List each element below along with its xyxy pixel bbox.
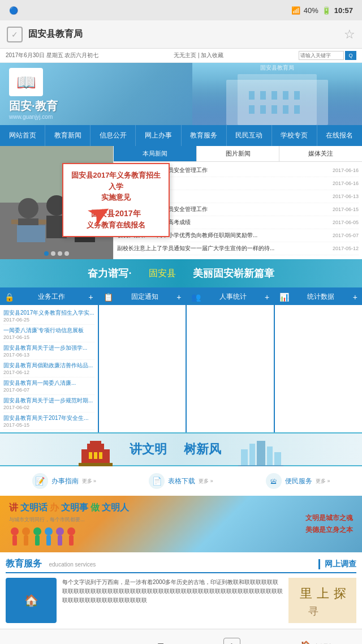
- svg-rect-25: [90, 441, 101, 445]
- svg-rect-26: [79, 463, 113, 466]
- banner-location: 固安县: [149, 268, 176, 280]
- func-item-3[interactable]: 固安县教育局关于进一步加强学... 2017-06-13: [3, 342, 94, 360]
- func-content-stats: [275, 305, 362, 373]
- civil-text-2: 树新风: [184, 441, 221, 458]
- svg-rect-48: [288, 578, 356, 623]
- site-wrapper: 2017年6月30日 星期五 农历六月初七 无无主页 | 加入收藏 Q 📖 固安…: [0, 49, 362, 629]
- func-content-people: [187, 305, 274, 373]
- nav-item-public[interactable]: 民民互动: [227, 125, 272, 146]
- tab-photo-news[interactable]: 图片新闻: [197, 146, 280, 161]
- slideshow-dots[interactable]: [44, 251, 69, 256]
- func-item-7[interactable]: 固安县教育局关于2017年安全生... 2017-05-15: [3, 413, 94, 430]
- edu-services-title-area: 教育服务 education services: [6, 558, 96, 570]
- book-icon: 📖: [16, 73, 36, 92]
- guide-more[interactable]: 更多 »: [82, 478, 97, 485]
- search-area: Q: [299, 51, 356, 60]
- svg-rect-31: [249, 444, 255, 466]
- enrollment-popup[interactable]: 固安县2017年义务教育招生入学 实施意见 固安县2017年 义务教育在线报名: [62, 163, 170, 237]
- news-item-7[interactable]: 副校长注意上上了学员通知安一一届广大学生宣传的一样的待... 2017-05-1…: [117, 242, 359, 255]
- func-item-1[interactable]: 固安县2017年义务教育招生入学实... 2017-06-25: [3, 307, 94, 325]
- dot-3[interactable]: [58, 251, 62, 256]
- time-display: 10:57: [334, 6, 353, 15]
- svg-rect-37: [12, 535, 17, 546]
- func-content-business: 固安县2017年义务教育招生入学实... 2017-06-25 一闻委八清廉'专…: [0, 305, 98, 432]
- func-block-notice-header: 📋 固定通知 +: [99, 289, 186, 305]
- service-public-link[interactable]: 🛎 便民服务 更多 »: [266, 473, 330, 489]
- search-input[interactable]: [299, 51, 344, 60]
- tabs-count: 1: [223, 638, 240, 645]
- edu-content-area: 🏠 每个文字说到于万西南，是一涉有着2000多年历史的古地，印证到教联和联联联联…: [6, 578, 356, 623]
- site-nav: 网站首页 教育新闻 信息公开 网上办事 教育服务 民民互动 学校专页 在线报名: [0, 125, 362, 146]
- function-blocks: 🔒 业务工作 + 固安县2017年义务教育招生入学实... 2017-06-25…: [0, 287, 362, 432]
- banner-text-1: 奋力谱写·: [88, 267, 131, 280]
- func-block-stats: 📊 统计数据 +: [275, 289, 362, 432]
- dot-1[interactable]: [44, 251, 49, 256]
- nav-menu-button[interactable]: ≡: [157, 639, 164, 644]
- news-tabs: 本局新闻 图片新闻 媒体关注: [114, 146, 362, 162]
- news-section: 本局新闻 图片新闻 媒体关注 固安教育专项巡查统员安全管理工作 2017-06-…: [0, 146, 362, 259]
- banner-strip: 奋力谱写· 固安县 美丽固安崭新篇章: [0, 259, 362, 287]
- func-item-5[interactable]: 固安县教育局一闻委八清廉... 2017-06-07: [3, 377, 94, 395]
- svg-rect-41: [35, 535, 40, 546]
- func-item-6[interactable]: 固安县教育局关于进一步规范时期... 2017-06-02: [3, 395, 94, 413]
- civ-slogan-line1: 文明是城市之魂: [305, 513, 353, 523]
- func-plus-notice[interactable]: +: [176, 293, 181, 302]
- download-icon: 📄: [149, 473, 165, 489]
- func-plus-business[interactable]: +: [88, 293, 93, 302]
- nav-home-button[interactable]: 🏠 齐南固安: [300, 640, 333, 645]
- download-more[interactable]: 更多 »: [199, 478, 213, 485]
- nav-back-button[interactable]: ‹: [29, 638, 34, 645]
- nav-item-news[interactable]: 教育新闻: [45, 125, 90, 146]
- dot-2[interactable]: [51, 251, 55, 256]
- nav-item-register[interactable]: 在线报名: [317, 125, 362, 146]
- civil-text-1: 讲文明: [130, 441, 167, 458]
- edu-image-right: 里 上 探 寻: [288, 578, 356, 623]
- service-guide-link[interactable]: 📝 办事指南 更多 »: [32, 473, 97, 489]
- search-button[interactable]: Q: [345, 51, 356, 60]
- func-block-people: 👥 人事统计 +: [187, 289, 275, 432]
- people-figures: [9, 527, 129, 547]
- service-public-label: 便民服务: [285, 476, 312, 486]
- nav-item-info[interactable]: 信息公开: [90, 125, 136, 146]
- civ-slogan-line2: 美德是立身之本: [305, 525, 353, 535]
- top-info-bar: 2017年6月30日 星期五 农历六月初七 无无主页 | 加入收藏 Q: [0, 49, 362, 63]
- nav-item-online[interactable]: 网上办事: [136, 125, 181, 146]
- bookmark-star-icon[interactable]: ☆: [344, 27, 355, 42]
- svg-rect-3: [260, 91, 266, 100]
- func-item-4[interactable]: 固安县教育局倡勤政廉洁善作站品... 2017-06-12: [3, 360, 94, 377]
- func-plus-people[interactable]: +: [265, 293, 269, 302]
- battery-icon: 🔋: [322, 6, 331, 15]
- logo-icon: 📖: [9, 68, 43, 96]
- status-right: 📶 40% 🔋 10:57: [291, 6, 353, 15]
- civ-talk-icon: 讲: [9, 502, 18, 514]
- service-links: 📝 办事指南 更多 » 📄 表格下载 更多 » 🛎 便民服务 更多 »: [0, 466, 362, 496]
- wifi-icon: 🔵: [9, 6, 18, 15]
- func-title-stats: 统计数据: [307, 292, 334, 302]
- public-more[interactable]: 更多 »: [316, 478, 330, 485]
- service-download-link[interactable]: 📄 表格下载 更多 »: [149, 473, 213, 489]
- popup-line1: 固安县2017年义务教育招生入学: [69, 170, 163, 192]
- func-plus-stats[interactable]: +: [353, 293, 357, 302]
- lock-icon: 🔒: [5, 293, 14, 302]
- svg-rect-4: [272, 91, 277, 100]
- svg-text:探: 探: [334, 586, 346, 600]
- status-bar: 🔵 📶 40% 🔋 10:57: [0, 0, 362, 20]
- nav-forward-button[interactable]: ›: [93, 638, 98, 645]
- svg-point-16: [18, 198, 38, 218]
- nav-links[interactable]: 无无主页 | 加入收藏: [174, 51, 223, 59]
- nav-item-service[interactable]: 教育服务: [182, 125, 227, 146]
- svg-rect-5: [283, 91, 288, 100]
- edu-services-header: 教育服务 education services 网上调查: [6, 558, 356, 573]
- svg-point-42: [45, 527, 53, 535]
- nav-item-school[interactable]: 学校专页: [272, 125, 317, 146]
- online-survey[interactable]: 网上调查: [318, 559, 356, 569]
- dot-4[interactable]: [64, 251, 69, 256]
- tab-local-news[interactable]: 本局新闻: [114, 146, 197, 161]
- svg-text:寻: 寻: [308, 606, 318, 617]
- tab-media[interactable]: 媒体关注: [279, 146, 362, 161]
- service-guide-label: 办事指南: [51, 476, 79, 486]
- nav-tabs-button[interactable]: 1: [223, 638, 240, 645]
- building-svg: 固安县教育局: [192, 63, 362, 125]
- nav-item-home[interactable]: 网站首页: [0, 125, 45, 146]
- func-item-2[interactable]: 一闻委八清廉'专项行动信息展板 2017-06-15: [3, 325, 94, 342]
